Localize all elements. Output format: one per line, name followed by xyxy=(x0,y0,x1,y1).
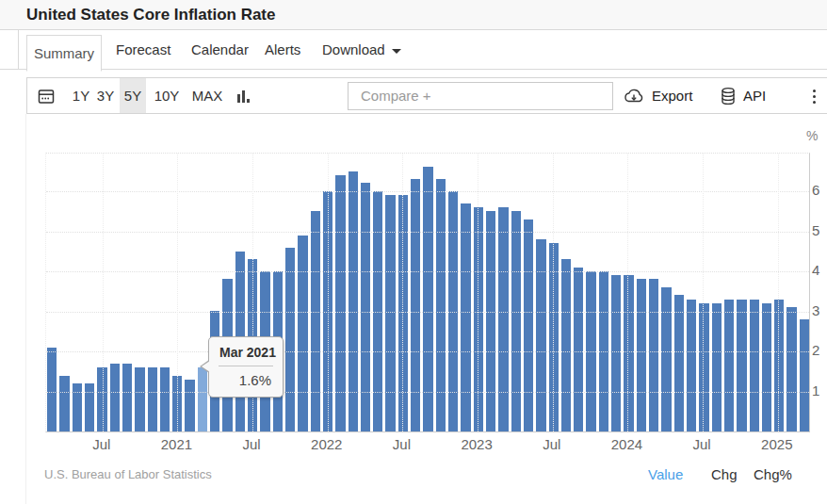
bar[interactable] xyxy=(786,307,796,431)
bar[interactable] xyxy=(185,380,194,431)
bar[interactable] xyxy=(524,219,533,431)
title-bar: United States Core Inflation Rate xyxy=(0,0,827,30)
bar[interactable] xyxy=(285,248,295,431)
bar[interactable] xyxy=(47,348,57,431)
tab-forecast[interactable]: Forecast xyxy=(116,30,170,69)
footer-link-chg[interactable]: Chg xyxy=(711,466,738,482)
gridline xyxy=(46,191,809,192)
bar[interactable] xyxy=(536,239,545,431)
column-chart-icon[interactable] xyxy=(236,78,251,113)
bar[interactable] xyxy=(335,175,345,431)
x-axis-label: 2021 xyxy=(161,436,192,452)
bar[interactable] xyxy=(122,364,132,431)
gridline xyxy=(328,154,329,431)
gridline xyxy=(703,154,704,431)
gridline xyxy=(46,351,809,352)
y-axis-label: 5 xyxy=(812,222,819,239)
range-10y-button[interactable]: 10Y xyxy=(148,78,186,113)
bar[interactable] xyxy=(298,236,307,431)
bar[interactable] xyxy=(198,367,207,431)
bar[interactable] xyxy=(687,300,696,431)
calendar-icon[interactable] xyxy=(37,78,56,113)
bar-series xyxy=(47,154,809,431)
gridline xyxy=(553,154,554,431)
bar[interactable] xyxy=(674,295,684,431)
export-label: Export xyxy=(652,88,692,104)
tab-download[interactable]: Download xyxy=(322,30,401,69)
bar[interactable] xyxy=(461,203,470,431)
bar[interactable] xyxy=(624,275,633,431)
bar[interactable] xyxy=(774,300,784,431)
plot-area xyxy=(45,153,810,432)
bar[interactable] xyxy=(712,303,722,431)
x-axis-label: 2025 xyxy=(761,436,792,452)
chart-tooltip: Mar 2021 1.6% xyxy=(208,336,284,398)
x-axis-label: Jul xyxy=(393,436,411,452)
bar[interactable] xyxy=(724,300,734,431)
y-axis-label: 4 xyxy=(812,262,819,279)
x-axis-label: 2022 xyxy=(311,436,342,452)
chart-panel-edge xyxy=(25,114,26,504)
panel-left-edge xyxy=(18,30,19,69)
bar[interactable] xyxy=(361,183,370,431)
cloud-download-icon xyxy=(623,88,645,105)
bar[interactable] xyxy=(611,275,621,431)
gridline xyxy=(103,154,104,431)
x-axis-label: Jul xyxy=(243,436,261,452)
bar[interactable] xyxy=(762,303,771,431)
y-axis-label: 6 xyxy=(812,182,819,199)
tooltip-value: 1.6% xyxy=(209,366,283,397)
x-axis-label: Jul xyxy=(92,436,110,452)
bar[interactable] xyxy=(511,211,521,431)
database-icon xyxy=(720,87,737,106)
bar[interactable] xyxy=(561,259,571,431)
bar[interactable] xyxy=(699,303,708,431)
chart-toolbar: 1Y 3Y 5Y 10Y MAX Compare + Export xyxy=(26,77,827,114)
bar[interactable] xyxy=(148,367,157,431)
tab-summary[interactable]: Summary xyxy=(26,35,102,72)
bar[interactable] xyxy=(436,179,446,431)
tab-calendar[interactable]: Calendar xyxy=(191,30,249,69)
y-axis-label: 1 xyxy=(812,382,819,399)
tab-alerts[interactable]: Alerts xyxy=(265,30,300,69)
bar[interactable] xyxy=(59,376,69,431)
footer-link-chgpct[interactable]: Chg% xyxy=(754,466,792,482)
gridline xyxy=(46,232,809,233)
y-axis-label: 3 xyxy=(812,302,819,319)
bar[interactable] xyxy=(411,179,420,431)
api-button[interactable]: API xyxy=(720,78,766,113)
bar[interactable] xyxy=(800,319,809,431)
kebab-menu-icon[interactable] xyxy=(807,86,820,106)
bar[interactable] xyxy=(135,367,144,431)
y-axis-label: 2 xyxy=(812,342,819,359)
bar[interactable] xyxy=(160,367,170,431)
bar[interactable] xyxy=(750,300,759,431)
x-axis-label: 2023 xyxy=(461,436,492,452)
gridline xyxy=(778,154,779,431)
bar[interactable] xyxy=(349,171,358,431)
bar[interactable] xyxy=(110,364,120,431)
bar[interactable] xyxy=(661,287,671,431)
gridline xyxy=(478,154,478,431)
gridline xyxy=(46,392,809,393)
bar[interactable] xyxy=(737,300,746,431)
range-max-button[interactable]: MAX xyxy=(186,78,229,113)
gridline xyxy=(402,154,403,431)
api-label: API xyxy=(743,88,766,104)
caret-down-icon xyxy=(392,49,401,54)
x-axis-label: 2024 xyxy=(611,436,642,452)
range-5y-button[interactable]: 5Y xyxy=(120,78,146,113)
bar[interactable] xyxy=(574,268,583,431)
export-button[interactable]: Export xyxy=(623,78,692,113)
bar[interactable] xyxy=(486,211,495,431)
core-inflation-page: United States Core Inflation Rate Summar… xyxy=(0,0,827,504)
compare-input[interactable]: Compare + xyxy=(348,82,613,110)
x-axis-label: Jul xyxy=(693,436,711,452)
footer-link-value[interactable]: Value xyxy=(648,466,683,482)
bar[interactable] xyxy=(637,279,646,431)
bar[interactable] xyxy=(498,207,508,431)
range-3y-button[interactable]: 3Y xyxy=(89,78,122,113)
gridline xyxy=(46,271,809,272)
bar[interactable] xyxy=(311,211,320,431)
bar[interactable] xyxy=(649,279,658,431)
